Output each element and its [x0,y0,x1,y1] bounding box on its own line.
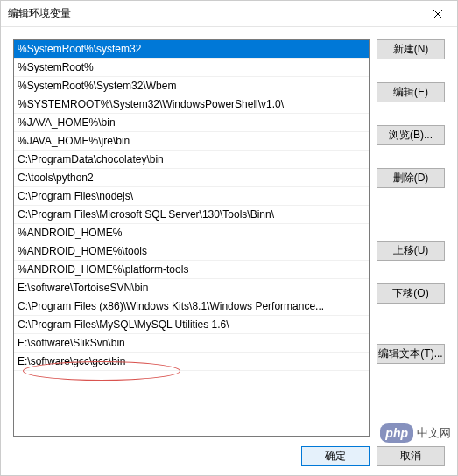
list-item[interactable]: C:\Program Files (x86)\Windows Kits\8.1\… [14,298,369,316]
spacer [377,108,445,120]
browse-button[interactable]: 浏览(B)... [377,125,445,145]
window-title: 编辑环境变量 [8,6,71,21]
titlebar: 编辑环境变量 [1,1,457,27]
footer: 确定 取消 [1,437,457,475]
cancel-button[interactable]: 取消 [377,446,445,466]
dialog-window: 编辑环境变量 %SystemRoot%\system32 %SystemRoot… [0,0,458,476]
edit-text-button[interactable]: 编辑文本(T)... [377,344,445,364]
spacer [377,309,445,339]
list-item[interactable]: C:\Program Files\MySQL\MySQL Utilities 1… [14,316,369,334]
content-area: %SystemRoot%\system32 %SystemRoot% %Syst… [1,27,457,437]
spacer [377,65,445,77]
list-item[interactable]: E:\software\SlikSvn\bin [14,334,369,353]
list-item[interactable]: C:\ProgramData\chocolatey\bin [14,150,369,169]
close-icon [433,10,442,18]
list-item[interactable]: %JAVA_HOME%\jre\bin [14,132,369,150]
move-down-button[interactable]: 下移(O) [377,284,445,304]
move-up-button[interactable]: 上移(U) [377,241,445,261]
list-item[interactable]: %ANDROID_HOME% [14,224,369,242]
list-item[interactable]: %ANDROID_HOME%\platform-tools [14,261,369,279]
list-item[interactable]: %ANDROID_HOME%\tools [14,242,369,261]
new-button[interactable]: 新建(N) [377,39,445,60]
list-item[interactable]: %JAVA_HOME%\bin [14,114,369,132]
list-item[interactable]: C:\Program Files\Microsoft SQL Server\13… [14,206,369,224]
list-item[interactable]: E:\software\gcc\gcc\bin [14,353,369,371]
list-item[interactable]: C:\Program Files\nodejs\ [14,187,369,206]
list-item[interactable]: %SystemRoot%\system32 [14,40,369,59]
list-item[interactable]: %SystemRoot%\System32\Wbem [14,77,369,95]
ok-button[interactable]: 确定 [301,446,370,466]
list-item[interactable]: %SystemRoot% [14,59,369,77]
spacer [377,150,445,163]
edit-button[interactable]: 编辑(E) [377,82,445,102]
spacer [377,266,445,278]
close-button[interactable] [418,1,457,26]
delete-button[interactable]: 删除(D) [377,168,445,188]
spacer [377,193,445,235]
path-listbox[interactable]: %SystemRoot%\system32 %SystemRoot% %Syst… [13,39,370,437]
button-sidebar: 新建(N) 编辑(E) 浏览(B)... 删除(D) 上移(U) 下移(O) 编… [377,39,445,437]
list-item[interactable]: %SYSTEMROOT%\System32\WindowsPowerShell\… [14,95,369,114]
list-item[interactable]: E:\software\TortoiseSVN\bin [14,279,369,298]
list-item[interactable]: C:\tools\python2 [14,169,369,187]
